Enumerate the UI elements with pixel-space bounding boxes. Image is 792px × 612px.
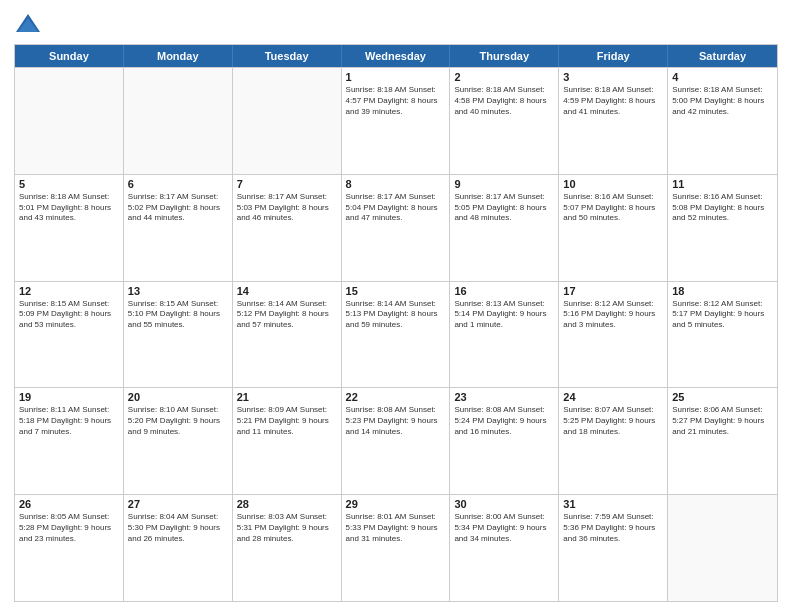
day-cell-10: 10Sunrise: 8:16 AM Sunset: 5:07 PM Dayli… [559, 175, 668, 281]
header-day-friday: Friday [559, 45, 668, 67]
day-number: 22 [346, 391, 446, 403]
day-cell-22: 22Sunrise: 8:08 AM Sunset: 5:23 PM Dayli… [342, 388, 451, 494]
day-info: Sunrise: 8:12 AM Sunset: 5:16 PM Dayligh… [563, 299, 663, 331]
day-number: 3 [563, 71, 663, 83]
day-info: Sunrise: 8:15 AM Sunset: 5:09 PM Dayligh… [19, 299, 119, 331]
day-cell-15: 15Sunrise: 8:14 AM Sunset: 5:13 PM Dayli… [342, 282, 451, 388]
week-row-0: 1Sunrise: 8:18 AM Sunset: 4:57 PM Daylig… [15, 67, 777, 174]
day-number: 23 [454, 391, 554, 403]
calendar: SundayMondayTuesdayWednesdayThursdayFrid… [14, 44, 778, 602]
day-cell-6: 6Sunrise: 8:17 AM Sunset: 5:02 PM Daylig… [124, 175, 233, 281]
day-info: Sunrise: 8:18 AM Sunset: 4:59 PM Dayligh… [563, 85, 663, 117]
day-cell-1: 1Sunrise: 8:18 AM Sunset: 4:57 PM Daylig… [342, 68, 451, 174]
day-cell-21: 21Sunrise: 8:09 AM Sunset: 5:21 PM Dayli… [233, 388, 342, 494]
day-number: 24 [563, 391, 663, 403]
day-info: Sunrise: 8:18 AM Sunset: 5:01 PM Dayligh… [19, 192, 119, 224]
day-info: Sunrise: 8:15 AM Sunset: 5:10 PM Dayligh… [128, 299, 228, 331]
day-info: Sunrise: 8:11 AM Sunset: 5:18 PM Dayligh… [19, 405, 119, 437]
header-day-saturday: Saturday [668, 45, 777, 67]
day-number: 29 [346, 498, 446, 510]
day-number: 10 [563, 178, 663, 190]
day-cell-29: 29Sunrise: 8:01 AM Sunset: 5:33 PM Dayli… [342, 495, 451, 601]
day-number: 18 [672, 285, 773, 297]
day-cell-23: 23Sunrise: 8:08 AM Sunset: 5:24 PM Dayli… [450, 388, 559, 494]
day-info: Sunrise: 8:16 AM Sunset: 5:07 PM Dayligh… [563, 192, 663, 224]
day-cell-11: 11Sunrise: 8:16 AM Sunset: 5:08 PM Dayli… [668, 175, 777, 281]
week-row-2: 12Sunrise: 8:15 AM Sunset: 5:09 PM Dayli… [15, 281, 777, 388]
day-info: Sunrise: 8:12 AM Sunset: 5:17 PM Dayligh… [672, 299, 773, 331]
day-info: Sunrise: 8:09 AM Sunset: 5:21 PM Dayligh… [237, 405, 337, 437]
day-number: 15 [346, 285, 446, 297]
day-number: 19 [19, 391, 119, 403]
day-number: 25 [672, 391, 773, 403]
day-cell-9: 9Sunrise: 8:17 AM Sunset: 5:05 PM Daylig… [450, 175, 559, 281]
week-row-3: 19Sunrise: 8:11 AM Sunset: 5:18 PM Dayli… [15, 387, 777, 494]
day-cell-5: 5Sunrise: 8:18 AM Sunset: 5:01 PM Daylig… [15, 175, 124, 281]
logo-icon [14, 10, 42, 38]
page: SundayMondayTuesdayWednesdayThursdayFrid… [0, 0, 792, 612]
day-number: 12 [19, 285, 119, 297]
day-info: Sunrise: 8:17 AM Sunset: 5:03 PM Dayligh… [237, 192, 337, 224]
day-info: Sunrise: 8:16 AM Sunset: 5:08 PM Dayligh… [672, 192, 773, 224]
day-number: 16 [454, 285, 554, 297]
day-info: Sunrise: 8:05 AM Sunset: 5:28 PM Dayligh… [19, 512, 119, 544]
day-number: 20 [128, 391, 228, 403]
week-row-1: 5Sunrise: 8:18 AM Sunset: 5:01 PM Daylig… [15, 174, 777, 281]
header-day-sunday: Sunday [15, 45, 124, 67]
day-number: 31 [563, 498, 663, 510]
day-number: 9 [454, 178, 554, 190]
day-cell-24: 24Sunrise: 8:07 AM Sunset: 5:25 PM Dayli… [559, 388, 668, 494]
day-number: 27 [128, 498, 228, 510]
day-cell-25: 25Sunrise: 8:06 AM Sunset: 5:27 PM Dayli… [668, 388, 777, 494]
day-number: 14 [237, 285, 337, 297]
day-cell-16: 16Sunrise: 8:13 AM Sunset: 5:14 PM Dayli… [450, 282, 559, 388]
day-info: Sunrise: 8:03 AM Sunset: 5:31 PM Dayligh… [237, 512, 337, 544]
day-cell-20: 20Sunrise: 8:10 AM Sunset: 5:20 PM Dayli… [124, 388, 233, 494]
day-info: Sunrise: 8:14 AM Sunset: 5:13 PM Dayligh… [346, 299, 446, 331]
day-number: 6 [128, 178, 228, 190]
day-number: 1 [346, 71, 446, 83]
day-info: Sunrise: 8:08 AM Sunset: 5:23 PM Dayligh… [346, 405, 446, 437]
empty-cell [124, 68, 233, 174]
day-info: Sunrise: 8:18 AM Sunset: 4:57 PM Dayligh… [346, 85, 446, 117]
day-number: 4 [672, 71, 773, 83]
day-cell-14: 14Sunrise: 8:14 AM Sunset: 5:12 PM Dayli… [233, 282, 342, 388]
day-number: 7 [237, 178, 337, 190]
empty-cell [668, 495, 777, 601]
day-info: Sunrise: 8:10 AM Sunset: 5:20 PM Dayligh… [128, 405, 228, 437]
day-cell-4: 4Sunrise: 8:18 AM Sunset: 5:00 PM Daylig… [668, 68, 777, 174]
day-cell-30: 30Sunrise: 8:00 AM Sunset: 5:34 PM Dayli… [450, 495, 559, 601]
day-info: Sunrise: 8:14 AM Sunset: 5:12 PM Dayligh… [237, 299, 337, 331]
day-info: Sunrise: 8:17 AM Sunset: 5:02 PM Dayligh… [128, 192, 228, 224]
day-info: Sunrise: 8:18 AM Sunset: 5:00 PM Dayligh… [672, 85, 773, 117]
calendar-header: SundayMondayTuesdayWednesdayThursdayFrid… [15, 45, 777, 67]
day-cell-2: 2Sunrise: 8:18 AM Sunset: 4:58 PM Daylig… [450, 68, 559, 174]
empty-cell [233, 68, 342, 174]
day-cell-19: 19Sunrise: 8:11 AM Sunset: 5:18 PM Dayli… [15, 388, 124, 494]
day-info: Sunrise: 8:17 AM Sunset: 5:05 PM Dayligh… [454, 192, 554, 224]
day-info: Sunrise: 8:18 AM Sunset: 4:58 PM Dayligh… [454, 85, 554, 117]
day-cell-31: 31Sunrise: 7:59 AM Sunset: 5:36 PM Dayli… [559, 495, 668, 601]
day-cell-28: 28Sunrise: 8:03 AM Sunset: 5:31 PM Dayli… [233, 495, 342, 601]
day-info: Sunrise: 7:59 AM Sunset: 5:36 PM Dayligh… [563, 512, 663, 544]
day-cell-7: 7Sunrise: 8:17 AM Sunset: 5:03 PM Daylig… [233, 175, 342, 281]
day-number: 11 [672, 178, 773, 190]
day-info: Sunrise: 8:01 AM Sunset: 5:33 PM Dayligh… [346, 512, 446, 544]
day-info: Sunrise: 8:00 AM Sunset: 5:34 PM Dayligh… [454, 512, 554, 544]
header [14, 10, 778, 38]
day-cell-12: 12Sunrise: 8:15 AM Sunset: 5:09 PM Dayli… [15, 282, 124, 388]
day-cell-27: 27Sunrise: 8:04 AM Sunset: 5:30 PM Dayli… [124, 495, 233, 601]
day-number: 21 [237, 391, 337, 403]
day-info: Sunrise: 8:13 AM Sunset: 5:14 PM Dayligh… [454, 299, 554, 331]
day-info: Sunrise: 8:07 AM Sunset: 5:25 PM Dayligh… [563, 405, 663, 437]
day-number: 28 [237, 498, 337, 510]
day-cell-18: 18Sunrise: 8:12 AM Sunset: 5:17 PM Dayli… [668, 282, 777, 388]
header-day-monday: Monday [124, 45, 233, 67]
day-info: Sunrise: 8:04 AM Sunset: 5:30 PM Dayligh… [128, 512, 228, 544]
logo [14, 10, 46, 38]
day-cell-8: 8Sunrise: 8:17 AM Sunset: 5:04 PM Daylig… [342, 175, 451, 281]
day-number: 13 [128, 285, 228, 297]
day-info: Sunrise: 8:08 AM Sunset: 5:24 PM Dayligh… [454, 405, 554, 437]
day-info: Sunrise: 8:17 AM Sunset: 5:04 PM Dayligh… [346, 192, 446, 224]
day-number: 30 [454, 498, 554, 510]
